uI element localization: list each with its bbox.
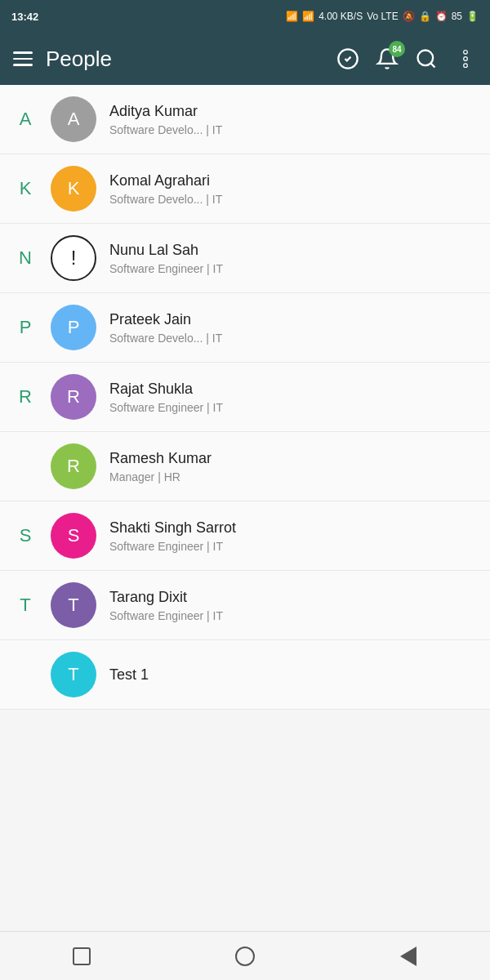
contact-name: Komal Agrahari (109, 172, 477, 189)
contact-info: Nunu Lal SahSoftware Engineer | IT (109, 242, 477, 275)
list-item[interactable]: RRRajat ShuklaSoftware Engineer | IT (0, 363, 490, 432)
contact-detail: Software Engineer | IT (109, 609, 477, 622)
svg-point-3 (464, 51, 468, 55)
bottom-navigation (0, 931, 490, 980)
list-item[interactable]: KKKomal AgrahariSoftware Develo... | IT (0, 154, 490, 224)
svg-line-2 (430, 63, 434, 67)
section-letter: S (13, 525, 38, 546)
list-item[interactable]: XRRamesh KumarManager | HR (0, 432, 490, 501)
contact-detail: Software Develo... | IT (109, 332, 477, 345)
section-letter: K (13, 178, 38, 199)
battery-level: 85 (452, 11, 462, 22)
page-title: People (46, 47, 323, 72)
back-button[interactable] (389, 937, 428, 976)
battery-icon: 🔋 (466, 11, 479, 22)
list-item[interactable]: N!Nunu Lal SahSoftware Engineer | IT (0, 224, 490, 293)
contact-name: Test 1 (109, 666, 477, 684)
contact-info: Test 1 (109, 666, 477, 684)
lock-icon: 🔒 (419, 11, 431, 22)
contact-name: Tarang Dixit (109, 589, 477, 606)
svg-point-1 (418, 51, 434, 66)
contact-name: Shakti Singh Sarrot (109, 519, 477, 537)
list-item[interactable]: XTTest 1 (0, 640, 490, 710)
section-letter: P (13, 317, 38, 338)
contact-info: Ramesh KumarManager | HR (109, 450, 477, 483)
section-letter: A (13, 109, 38, 130)
home-button[interactable] (225, 937, 265, 976)
list-item[interactable]: PPPrateek JainSoftware Develo... | IT (0, 293, 490, 363)
more-options-button[interactable] (451, 44, 480, 74)
section-letter: X (13, 664, 38, 685)
avatar: T (51, 652, 96, 697)
signal-icon: 📶 (286, 11, 298, 22)
contact-detail: Software Engineer | IT (109, 540, 477, 553)
wifi-icon: 📶 (302, 11, 314, 22)
contact-name: Nunu Lal Sah (109, 242, 477, 259)
contact-info: Komal AgrahariSoftware Develo... | IT (109, 172, 477, 206)
menu-button[interactable] (10, 48, 36, 69)
list-item[interactable]: AAAditya KumarSoftware Develo... | IT (0, 85, 490, 154)
contact-detail: Software Develo... | IT (109, 123, 477, 136)
contact-detail: Software Develo... | IT (109, 193, 477, 206)
contact-info: Shakti Singh SarrotSoftware Engineer | I… (109, 519, 477, 553)
contact-name: Aditya Kumar (109, 103, 477, 120)
search-button[interactable] (412, 44, 441, 74)
contact-list: AAAditya KumarSoftware Develo... | ITKKK… (0, 85, 490, 931)
contact-name: Ramesh Kumar (109, 450, 477, 467)
avatar: A (51, 96, 96, 142)
recent-apps-button[interactable] (62, 937, 101, 976)
top-bar: People 84 (0, 33, 490, 85)
svg-point-4 (464, 57, 468, 61)
contact-info: Aditya KumarSoftware Develo... | IT (109, 103, 477, 136)
avatar: K (51, 166, 96, 212)
avatar: T (51, 582, 96, 628)
list-item[interactable]: SSShakti Singh SarrotSoftware Engineer |… (0, 501, 490, 571)
volte-label: Vo LTE (367, 11, 398, 22)
status-bar: 13:42 📶 📶 4.00 KB/S Vo LTE 🔕 🔒 ⏰ 85 🔋 (0, 0, 490, 33)
contact-info: Tarang DixitSoftware Engineer | IT (109, 589, 477, 622)
contact-detail: Software Engineer | IT (109, 262, 477, 275)
data-speed: 4.00 KB/S (318, 11, 363, 22)
list-item[interactable]: TTTarang DixitSoftware Engineer | IT (0, 571, 490, 640)
contact-name: Rajat Shukla (109, 381, 477, 398)
svg-point-5 (464, 64, 468, 68)
contact-name: Prateek Jain (109, 311, 477, 328)
avatar: R (51, 374, 96, 420)
contact-info: Rajat ShuklaSoftware Engineer | IT (109, 381, 477, 414)
avatar: P (51, 305, 96, 350)
contact-detail: Manager | HR (109, 470, 477, 483)
contact-info: Prateek JainSoftware Develo... | IT (109, 311, 477, 345)
mute-icon: 🔕 (403, 11, 415, 22)
section-letter: R (13, 386, 38, 408)
section-letter: N (13, 247, 38, 269)
avatar: R (51, 443, 96, 489)
contact-detail: Software Engineer | IT (109, 401, 477, 414)
back-icon (400, 947, 416, 966)
notification-badge: 84 (389, 41, 405, 57)
status-time: 13:42 (11, 11, 38, 23)
avatar: S (51, 513, 96, 559)
notification-button[interactable]: 84 (372, 44, 402, 74)
avatar: ! (51, 235, 96, 281)
circle-icon (235, 947, 255, 966)
status-icons: 📶 📶 4.00 KB/S Vo LTE 🔕 🔒 ⏰ 85 🔋 (286, 11, 479, 22)
alarm-icon: ⏰ (435, 11, 448, 22)
square-icon (73, 947, 91, 965)
section-letter: X (13, 456, 38, 477)
section-letter: T (13, 595, 38, 616)
check-icon-button[interactable] (333, 44, 363, 74)
